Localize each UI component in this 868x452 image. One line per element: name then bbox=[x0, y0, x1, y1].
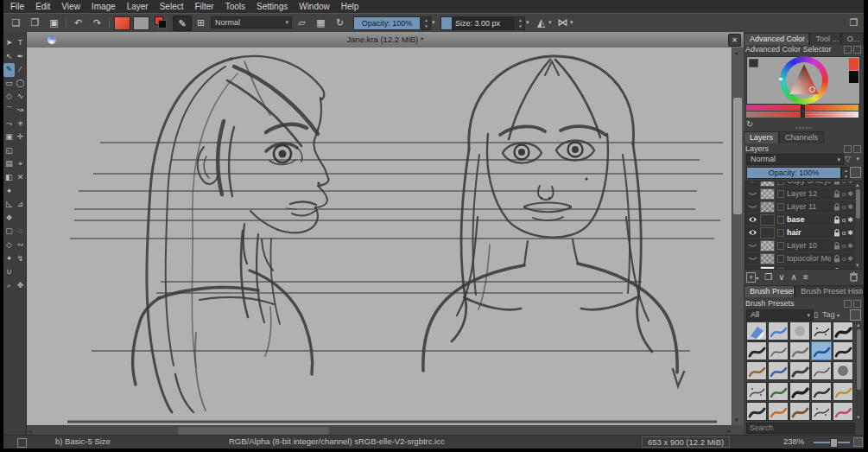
size-slider[interactable]: Size: 3.00 px bbox=[440, 16, 515, 30]
redo-button[interactable]: ↷ bbox=[90, 16, 105, 29]
contiguous-select-tool[interactable]: ↯ bbox=[15, 252, 26, 266]
current-fg-swatch[interactable] bbox=[849, 58, 858, 70]
close-document-button[interactable]: ✕ bbox=[728, 34, 741, 47]
move-tool[interactable]: ✛ bbox=[15, 131, 26, 144]
brush-preset[interactable] bbox=[746, 382, 767, 401]
brush-preset[interactable] bbox=[811, 402, 832, 421]
size-spinner[interactable]: ▴▾ bbox=[516, 16, 525, 30]
layer-opacity-slider[interactable]: Opacity: 100% bbox=[746, 167, 841, 179]
lock-icon-wrap[interactable] bbox=[833, 255, 840, 263]
menu-help[interactable]: Help bbox=[341, 2, 359, 11]
docker-resize-handle[interactable]: ••••• bbox=[795, 124, 812, 131]
hue-strip[interactable] bbox=[746, 105, 858, 111]
ellipse-tool[interactable]: ◯ bbox=[15, 77, 26, 91]
mirror-v-dropdown[interactable]: ▾ bbox=[570, 19, 573, 26]
blend-mode-dropdown[interactable]: Normal ▾ bbox=[211, 16, 292, 29]
fg-bg-color-indicator[interactable] bbox=[155, 16, 167, 29]
gradient-tool[interactable]: ▤ bbox=[3, 157, 15, 171]
text-tool[interactable]: T bbox=[15, 36, 26, 50]
freehand-brush-tool[interactable]: ✎ bbox=[3, 63, 15, 77]
color-docker-header[interactable]: Advanced Color Selector bbox=[745, 45, 862, 55]
brush-search-input[interactable]: Search bbox=[746, 423, 855, 434]
brush-view-mode-icon[interactable] bbox=[850, 309, 861, 321]
layer-row[interactable]: Layer 12α✱ bbox=[746, 188, 861, 201]
rectangle-tool[interactable]: ▭ bbox=[3, 77, 15, 91]
opacity-dropdown-arrow[interactable]: ▾ bbox=[432, 19, 435, 26]
menu-layer[interactable]: Layer bbox=[127, 2, 149, 11]
zoom-reset-button[interactable] bbox=[853, 437, 863, 447]
layer-view-mode-icon[interactable] bbox=[850, 167, 861, 178]
assistants-tool[interactable]: ◺ bbox=[3, 198, 15, 212]
reload-preset-button[interactable]: ↻ bbox=[333, 16, 347, 29]
layer-row[interactable]: topocolor Mergedα✱ bbox=[746, 252, 861, 265]
float-docker-icon[interactable] bbox=[844, 300, 852, 308]
close-docker-icon[interactable] bbox=[853, 46, 861, 54]
menu-select[interactable]: Select bbox=[160, 2, 184, 11]
tab-layers[interactable]: Layers bbox=[744, 131, 779, 143]
transform-tool[interactable]: ▣ bbox=[3, 131, 15, 144]
brush-preset[interactable] bbox=[768, 321, 789, 341]
layer-visible-toggle[interactable] bbox=[748, 229, 757, 236]
layer-style-icon[interactable]: ✱ bbox=[847, 203, 853, 211]
canvas[interactable] bbox=[27, 48, 732, 425]
alpha-lock-icon[interactable]: α bbox=[842, 203, 846, 211]
close-docker-icon[interactable] bbox=[853, 145, 861, 153]
layer-name[interactable]: Layer 11 bbox=[787, 202, 831, 211]
rect-select-tool[interactable]: ▢ bbox=[3, 225, 15, 239]
polygon-tool[interactable]: ◇ bbox=[3, 90, 15, 104]
tab-o-[interactable]: O... bbox=[841, 33, 864, 45]
menu-filter[interactable]: Filter bbox=[194, 2, 213, 11]
tab-brush-presets[interactable]: Brush Presets bbox=[744, 285, 795, 297]
measure-tool[interactable]: ⊿ bbox=[15, 198, 26, 212]
sv-selector-dot[interactable] bbox=[809, 86, 815, 92]
opacity-spinner[interactable]: ▴▾ bbox=[421, 16, 431, 30]
polyline-tool[interactable]: ∿ bbox=[15, 90, 26, 104]
layer-style-icon[interactable]: ✱ bbox=[847, 216, 853, 224]
lock-icon-wrap[interactable] bbox=[833, 229, 840, 237]
workspace-grid-icon[interactable]: ⊞ bbox=[193, 16, 208, 29]
vertical-scroll-thumb[interactable] bbox=[733, 98, 742, 214]
menu-settings[interactable]: Settings bbox=[257, 2, 288, 11]
multibrush-tool[interactable]: ✳ bbox=[15, 118, 26, 131]
dynamic-brush-tool[interactable]: ⤳ bbox=[3, 118, 15, 131]
layer-name[interactable]: Layer 11 bbox=[787, 267, 831, 270]
layer-row[interactable]: baseα✱ bbox=[746, 213, 861, 226]
layer-scroll-thumb[interactable] bbox=[856, 189, 860, 219]
layer-visible-toggle[interactable] bbox=[748, 268, 757, 270]
move-layer-up-button[interactable]: ∧ bbox=[791, 272, 797, 282]
alpha-lock-icon[interactable]: α bbox=[842, 216, 846, 224]
brush-preset[interactable] bbox=[789, 321, 810, 341]
brush-preset[interactable] bbox=[833, 361, 853, 380]
layer-hidden-toggle[interactable] bbox=[748, 181, 757, 184]
reference-images-tool[interactable]: ❖ bbox=[3, 212, 15, 226]
canvas-vertical-scrollbar[interactable]: ▴ ▾ bbox=[732, 48, 744, 425]
zoom-tool[interactable]: ⌕ bbox=[3, 279, 15, 293]
crop-tool[interactable]: ◱ bbox=[3, 144, 15, 158]
tab-brush-preset-history[interactable]: Brush Preset History bbox=[795, 285, 864, 297]
layer-style-icon[interactable]: ✱ bbox=[847, 268, 853, 271]
lock-icon-wrap[interactable] bbox=[833, 203, 840, 211]
brush-editor-button[interactable]: ✎ bbox=[173, 16, 192, 31]
layer-name[interactable]: base bbox=[787, 215, 831, 224]
size-dropdown-arrow[interactable]: ▾ bbox=[526, 19, 529, 26]
add-layer-button[interactable]: +▾ bbox=[746, 272, 758, 282]
similar-select-tool[interactable]: ✦ bbox=[3, 252, 15, 266]
lock-icon-wrap[interactable] bbox=[833, 242, 840, 250]
layer-style-icon[interactable]: ✱ bbox=[847, 229, 853, 237]
brush-preset[interactable] bbox=[833, 402, 853, 421]
brush-preset[interactable] bbox=[768, 402, 789, 421]
undo-button[interactable]: ↶ bbox=[71, 16, 86, 29]
funnel-dropdown-arrow[interactable]: ▾ bbox=[856, 156, 859, 162]
duplicate-layer-button[interactable]: ❐ bbox=[764, 272, 772, 282]
lock-icon-wrap[interactable] bbox=[833, 190, 840, 198]
alpha-lock-icon[interactable]: α bbox=[842, 229, 846, 237]
brush-preset[interactable] bbox=[833, 341, 853, 360]
brush-preset[interactable] bbox=[833, 382, 853, 401]
zoom-slider-thumb[interactable] bbox=[830, 438, 838, 448]
tag-label[interactable]: Tag ▾ bbox=[822, 310, 839, 319]
layer-name[interactable]: Layer 10 bbox=[787, 241, 831, 250]
brush-preset[interactable] bbox=[811, 321, 832, 341]
layer-row[interactable]: Copy of keytopoα✱ bbox=[746, 181, 861, 188]
layer-row[interactable]: Layer 10α✱ bbox=[746, 239, 861, 252]
float-docker-icon[interactable] bbox=[844, 145, 852, 153]
